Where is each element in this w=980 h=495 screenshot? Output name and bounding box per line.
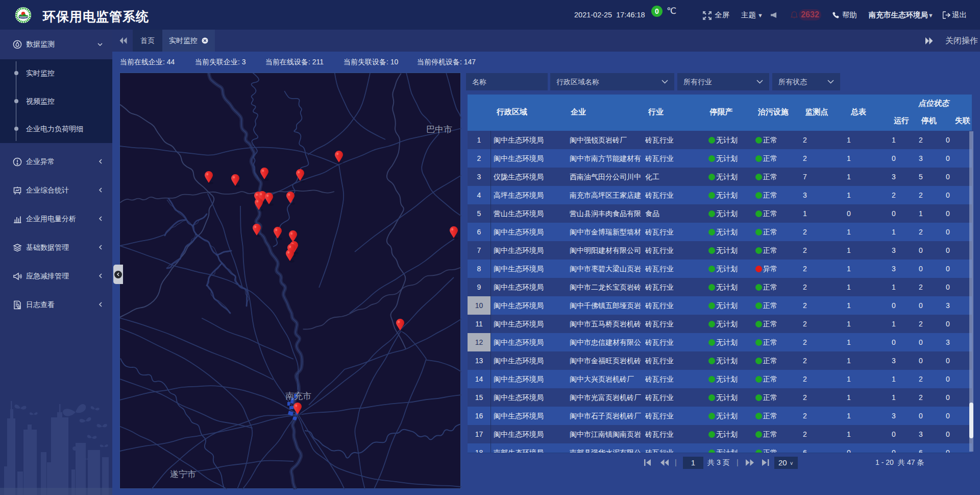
svg-text:巴中市: 巴中市 (426, 125, 452, 134)
svg-text:遂宁市: 遂宁市 (170, 469, 196, 479)
svg-text:南充市: 南充市 (285, 391, 311, 401)
